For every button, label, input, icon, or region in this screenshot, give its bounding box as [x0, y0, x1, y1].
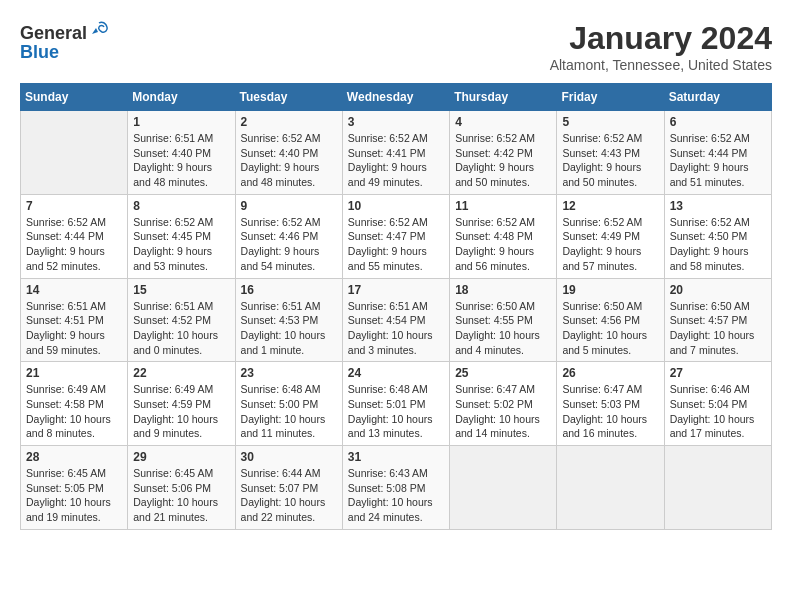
day-info: Sunrise: 6:45 AMSunset: 5:05 PMDaylight:…	[26, 466, 122, 525]
day-number: 31	[348, 450, 444, 464]
sunrise-text: Sunrise: 6:45 AM	[26, 466, 122, 481]
calendar-cell: 16Sunrise: 6:51 AMSunset: 4:53 PMDayligh…	[235, 278, 342, 362]
calendar-week-row: 21Sunrise: 6:49 AMSunset: 4:58 PMDayligh…	[21, 362, 772, 446]
sunrise-text: Sunrise: 6:52 AM	[562, 215, 658, 230]
day-number: 8	[133, 199, 229, 213]
calendar-cell: 30Sunrise: 6:44 AMSunset: 5:07 PMDayligh…	[235, 446, 342, 530]
sunset-text: Sunset: 4:54 PM	[348, 313, 444, 328]
day-info: Sunrise: 6:51 AMSunset: 4:51 PMDaylight:…	[26, 299, 122, 358]
calendar-cell: 13Sunrise: 6:52 AMSunset: 4:50 PMDayligh…	[664, 194, 771, 278]
day-number: 19	[562, 283, 658, 297]
daylight-text: Daylight: 10 hours and 0 minutes.	[133, 328, 229, 357]
calendar-week-row: 7Sunrise: 6:52 AMSunset: 4:44 PMDaylight…	[21, 194, 772, 278]
sunset-text: Sunset: 4:40 PM	[133, 146, 229, 161]
day-info: Sunrise: 6:51 AMSunset: 4:52 PMDaylight:…	[133, 299, 229, 358]
sunset-text: Sunset: 4:40 PM	[241, 146, 337, 161]
calendar-cell: 5Sunrise: 6:52 AMSunset: 4:43 PMDaylight…	[557, 111, 664, 195]
calendar-cell	[21, 111, 128, 195]
sunrise-text: Sunrise: 6:44 AM	[241, 466, 337, 481]
day-info: Sunrise: 6:44 AMSunset: 5:07 PMDaylight:…	[241, 466, 337, 525]
daylight-text: Daylight: 9 hours and 59 minutes.	[26, 328, 122, 357]
day-number: 29	[133, 450, 229, 464]
day-info: Sunrise: 6:52 AMSunset: 4:47 PMDaylight:…	[348, 215, 444, 274]
sunset-text: Sunset: 5:03 PM	[562, 397, 658, 412]
day-number: 7	[26, 199, 122, 213]
daylight-text: Daylight: 9 hours and 48 minutes.	[133, 160, 229, 189]
day-info: Sunrise: 6:52 AMSunset: 4:41 PMDaylight:…	[348, 131, 444, 190]
logo-general-text: General	[20, 23, 87, 44]
sunset-text: Sunset: 4:45 PM	[133, 229, 229, 244]
day-number: 1	[133, 115, 229, 129]
sunrise-text: Sunrise: 6:52 AM	[455, 131, 551, 146]
daylight-text: Daylight: 9 hours and 55 minutes.	[348, 244, 444, 273]
calendar-cell: 18Sunrise: 6:50 AMSunset: 4:55 PMDayligh…	[450, 278, 557, 362]
day-number: 3	[348, 115, 444, 129]
sunset-text: Sunset: 4:47 PM	[348, 229, 444, 244]
sunrise-text: Sunrise: 6:51 AM	[26, 299, 122, 314]
calendar-cell: 19Sunrise: 6:50 AMSunset: 4:56 PMDayligh…	[557, 278, 664, 362]
weekday-header-saturday: Saturday	[664, 84, 771, 111]
day-number: 11	[455, 199, 551, 213]
calendar-cell: 7Sunrise: 6:52 AMSunset: 4:44 PMDaylight…	[21, 194, 128, 278]
calendar-cell: 28Sunrise: 6:45 AMSunset: 5:05 PMDayligh…	[21, 446, 128, 530]
daylight-text: Daylight: 10 hours and 7 minutes.	[670, 328, 766, 357]
sunset-text: Sunset: 4:55 PM	[455, 313, 551, 328]
day-number: 23	[241, 366, 337, 380]
calendar-cell: 29Sunrise: 6:45 AMSunset: 5:06 PMDayligh…	[128, 446, 235, 530]
day-info: Sunrise: 6:52 AMSunset: 4:43 PMDaylight:…	[562, 131, 658, 190]
sunset-text: Sunset: 5:00 PM	[241, 397, 337, 412]
daylight-text: Daylight: 10 hours and 17 minutes.	[670, 412, 766, 441]
day-info: Sunrise: 6:47 AMSunset: 5:03 PMDaylight:…	[562, 382, 658, 441]
day-number: 24	[348, 366, 444, 380]
calendar-cell: 4Sunrise: 6:52 AMSunset: 4:42 PMDaylight…	[450, 111, 557, 195]
calendar-cell	[450, 446, 557, 530]
sunset-text: Sunset: 4:49 PM	[562, 229, 658, 244]
sunset-text: Sunset: 5:01 PM	[348, 397, 444, 412]
day-info: Sunrise: 6:51 AMSunset: 4:53 PMDaylight:…	[241, 299, 337, 358]
day-info: Sunrise: 6:52 AMSunset: 4:46 PMDaylight:…	[241, 215, 337, 274]
sunrise-text: Sunrise: 6:49 AM	[26, 382, 122, 397]
calendar-cell: 23Sunrise: 6:48 AMSunset: 5:00 PMDayligh…	[235, 362, 342, 446]
sunrise-text: Sunrise: 6:51 AM	[348, 299, 444, 314]
day-info: Sunrise: 6:50 AMSunset: 4:55 PMDaylight:…	[455, 299, 551, 358]
weekday-header-row: SundayMondayTuesdayWednesdayThursdayFrid…	[21, 84, 772, 111]
sunset-text: Sunset: 4:59 PM	[133, 397, 229, 412]
day-number: 21	[26, 366, 122, 380]
daylight-text: Daylight: 9 hours and 53 minutes.	[133, 244, 229, 273]
daylight-text: Daylight: 10 hours and 21 minutes.	[133, 495, 229, 524]
daylight-text: Daylight: 10 hours and 13 minutes.	[348, 412, 444, 441]
day-info: Sunrise: 6:51 AMSunset: 4:40 PMDaylight:…	[133, 131, 229, 190]
weekday-header-sunday: Sunday	[21, 84, 128, 111]
sunrise-text: Sunrise: 6:49 AM	[133, 382, 229, 397]
page-title: January 2024	[550, 20, 772, 57]
day-number: 14	[26, 283, 122, 297]
calendar-cell: 15Sunrise: 6:51 AMSunset: 4:52 PMDayligh…	[128, 278, 235, 362]
sunrise-text: Sunrise: 6:47 AM	[455, 382, 551, 397]
sunset-text: Sunset: 4:50 PM	[670, 229, 766, 244]
calendar-week-row: 1Sunrise: 6:51 AMSunset: 4:40 PMDaylight…	[21, 111, 772, 195]
day-info: Sunrise: 6:50 AMSunset: 4:56 PMDaylight:…	[562, 299, 658, 358]
day-info: Sunrise: 6:47 AMSunset: 5:02 PMDaylight:…	[455, 382, 551, 441]
day-info: Sunrise: 6:52 AMSunset: 4:44 PMDaylight:…	[670, 131, 766, 190]
daylight-text: Daylight: 9 hours and 56 minutes.	[455, 244, 551, 273]
daylight-text: Daylight: 9 hours and 54 minutes.	[241, 244, 337, 273]
calendar-cell: 11Sunrise: 6:52 AMSunset: 4:48 PMDayligh…	[450, 194, 557, 278]
day-info: Sunrise: 6:52 AMSunset: 4:45 PMDaylight:…	[133, 215, 229, 274]
sunset-text: Sunset: 4:44 PM	[670, 146, 766, 161]
day-info: Sunrise: 6:52 AMSunset: 4:42 PMDaylight:…	[455, 131, 551, 190]
calendar-week-row: 14Sunrise: 6:51 AMSunset: 4:51 PMDayligh…	[21, 278, 772, 362]
day-number: 25	[455, 366, 551, 380]
logo: General Blue	[20, 20, 110, 63]
daylight-text: Daylight: 10 hours and 5 minutes.	[562, 328, 658, 357]
day-info: Sunrise: 6:52 AMSunset: 4:40 PMDaylight:…	[241, 131, 337, 190]
sunrise-text: Sunrise: 6:52 AM	[670, 215, 766, 230]
weekday-header-tuesday: Tuesday	[235, 84, 342, 111]
sunrise-text: Sunrise: 6:51 AM	[133, 131, 229, 146]
calendar-cell: 6Sunrise: 6:52 AMSunset: 4:44 PMDaylight…	[664, 111, 771, 195]
day-number: 9	[241, 199, 337, 213]
sunrise-text: Sunrise: 6:51 AM	[241, 299, 337, 314]
day-number: 15	[133, 283, 229, 297]
logo-bird-icon	[88, 20, 110, 46]
title-block: January 2024 Altamont, Tennessee, United…	[550, 20, 772, 73]
sunrise-text: Sunrise: 6:43 AM	[348, 466, 444, 481]
